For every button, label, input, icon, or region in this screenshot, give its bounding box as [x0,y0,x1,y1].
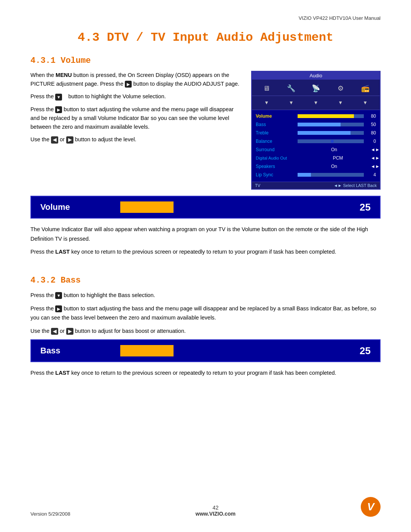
osd-arrow-surround: ◄► [371,147,376,152]
osd-rows: Volume 80 Bass 5 [252,110,380,182]
osd-title: Audio [252,72,380,80]
vizio-v-icon: V [367,501,374,513]
footer-website: www.VIZIO.com [196,511,236,517]
osd-icon-monitor: 🖥 [259,83,274,94]
osd-bar-bg-treble [298,131,364,135]
osd-bar-bg-lip-sync [298,173,364,177]
osd-icon-more: 📻 [358,83,373,94]
right-btn-icon-2: ▶ [66,328,73,335]
osd-icon-audio: 📡 [309,83,323,94]
osd-sub-icon-1: ▼ [259,97,274,108]
header-title: VIZIO VP422 HDTV10A User Manual [299,15,381,21]
section2-para4: Press the LAST key once to return to the… [30,368,381,378]
osd-row-surround: Surround On ◄► [256,146,376,153]
osd-bar-fill-treble [298,131,350,135]
left-btn-icon-2: ◀ [51,328,58,335]
footer-center: 42 www.VIZIO.com [196,505,236,517]
osd-row-speakers: Speakers On ◄► [256,163,376,170]
section1-para4: Use the ◀ or ▶ button to adjust the leve… [30,135,242,144]
osd-footer-left: TV [255,183,260,188]
osd-bar-fill-bass [298,123,341,126]
select-btn-icon-2: ▶ [55,305,62,312]
osd-label-lip-sync: Lip Sync [256,172,298,177]
osd-text-speakers: On [298,164,371,169]
osd-sub-icon-3: ▼ [309,97,323,108]
page-container: VIZIO VP422 HDTV10A User Manual 4.3 DTV … [0,0,411,532]
section2-para3: Use the ◀ or ▶ button to adjust for bass… [30,326,381,336]
main-title: 4.3 DTV / TV Input Audio Adjustment [30,30,381,45]
osd-value-lip-sync: 4 [365,172,376,177]
section1-text: When the MENU button is pressed, the On … [30,71,242,190]
osd-label-balance: Balance [256,139,298,144]
osd-value-balance: 0 [365,139,376,144]
down-arrow-icon-2: ▼ [55,292,62,299]
right-arrow-icon: ▶ [125,81,132,88]
osd-label-surround: Surround [256,147,298,152]
section1-para5: The Volume Indicator Bar will also appea… [30,225,381,243]
volume-bar-wrapper [120,201,336,213]
osd-bar-volume [298,114,364,118]
section1-title: 4.3.1 Volume [30,56,381,66]
section1-para1: When the MENU button is pressed, the On … [30,71,242,88]
osd-sub-icons-row: ▼ ▼ ▼ ▼ ▼ [252,96,380,110]
footer-version: Version 5/29/2008 [30,511,70,517]
osd-label-digital-audio: Digital Audio Out [256,156,305,160]
bass-bar-fill [120,345,174,356]
osd-bar-balance [298,139,364,143]
volume-indicator-bar: Volume 25 [30,196,381,219]
osd-bar-bg-balance [298,139,364,143]
osd-bar-bg-volume [298,114,364,118]
osd-text-surround: On [298,147,371,152]
footer: Version 5/29/2008 42 www.VIZIO.com V [30,497,381,517]
section2-title: 4.3.2 Bass [30,276,381,285]
osd-panel: Audio 🖥 🔧 📡 ⚙ 📻 ▼ ▼ ▼ ▼ ▼ Volume [251,71,381,190]
section1-para6: Press the LAST key once to return to the… [30,247,381,257]
osd-row-digital-audio: Digital Audio Out PCM ◄► [256,154,376,162]
osd-footer-right: ◄► Select LAST Back [334,183,377,188]
section1-para2: Press the ▼ button to highlight the Volu… [30,92,242,101]
section2-para1: Press the ▼ button to highlight the Bass… [30,291,381,300]
osd-bar-treble [298,131,364,135]
osd-sub-icon-5: ▼ [358,97,373,108]
osd-value-bass: 50 [365,122,376,127]
volume-bar-label: Volume [40,202,109,212]
osd-label-treble: Treble [256,130,298,136]
bass-bar-value: 25 [348,345,371,357]
osd-label-speakers: Speakers [256,164,298,169]
osd-footer: TV ◄► Select LAST Back [252,182,380,189]
osd-arrow-speakers: ◄► [371,164,376,169]
osd-value-treble: 80 [365,130,376,136]
volume-bar-fill [120,201,174,213]
osd-bar-fill-volume [298,114,354,118]
osd-label-volume: Volume [256,113,298,119]
osd-bar-lip-sync [298,173,364,177]
right-btn-icon-1: ▶ [66,136,73,144]
bass-indicator-bar: Bass 25 [30,339,381,362]
osd-row-volume: Volume 80 [256,112,376,120]
osd-bar-bg-bass [298,123,364,126]
left-btn-icon-1: ◀ [51,136,58,144]
osd-value-volume: 80 [365,113,376,119]
osd-text-digital-audio: PCM [305,155,371,161]
select-btn-icon-1: ▶ [55,106,62,113]
osd-row-balance: Balance 0 [256,137,376,145]
osd-arrow-digital-audio: ◄► [371,155,376,161]
section1-content: When the MENU button is pressed, the On … [30,71,381,190]
section1-para3: Press the ▶ button to start adjusting th… [30,105,242,132]
osd-icon-setup: ⚙ [333,83,348,94]
osd-row-treble: Treble 80 [256,129,376,137]
osd-icon-picture: 🔧 [284,83,298,94]
osd-icons-row: 🖥 🔧 📡 ⚙ 📻 [252,80,380,96]
osd-dot-balance [331,140,334,143]
osd-bar-fill-lip-sync [298,173,311,177]
osd-row-bass: Bass 50 [256,121,376,128]
osd-sub-icon-4: ▼ [333,97,348,108]
bass-bar-label: Bass [40,346,109,356]
volume-bar-value: 25 [348,201,371,213]
vizio-logo: V [361,497,381,517]
osd-sub-icon-2: ▼ [284,97,298,108]
osd-bar-bass [298,123,364,126]
osd-label-bass: Bass [256,122,298,127]
down-arrow-icon-1: ▼ [55,94,62,101]
bass-bar-wrapper [120,345,336,356]
